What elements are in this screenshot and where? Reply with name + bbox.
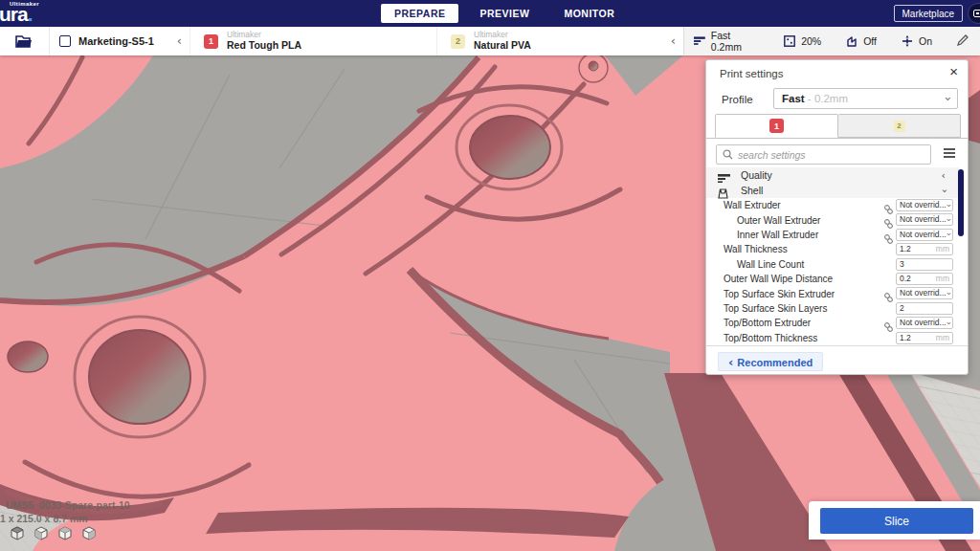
settings-category-quality[interactable]: Quality ‹ bbox=[706, 167, 959, 183]
setting-dropdown[interactable]: Not overrid...‹ bbox=[896, 213, 953, 226]
printer-selector[interactable]: Marketing-S5-1 ‹ bbox=[50, 27, 189, 55]
print-settings-panel: Print settings × Profile Fast - 0.2mm ‹ … bbox=[705, 59, 969, 375]
setting-row-outer-wall-wipe-distance: Outer Wall Wipe Distance 0.2mm bbox=[706, 272, 959, 286]
setting-row-wall-line-count: Wall Line Count 3 bbox=[706, 257, 959, 272]
setting-label: Wall Extruder bbox=[724, 200, 781, 210]
chevron-down-icon: ‹ bbox=[941, 97, 953, 101]
chevron-icon: ‹ bbox=[938, 188, 948, 192]
account-avatar[interactable] bbox=[968, 3, 980, 24]
chevron-down-icon: ‹ bbox=[945, 292, 952, 295]
chevron-left-icon: ‹ bbox=[177, 34, 182, 47]
filter-icon[interactable] bbox=[944, 148, 955, 159]
setting-value-input[interactable]: 1.2mm bbox=[896, 332, 953, 344]
model-small-hole bbox=[8, 342, 48, 372]
view-top-icon[interactable] bbox=[57, 526, 73, 540]
setting-row-top-surface-skin-extruder: Top Surface Skin Extruder Not overrid...… bbox=[706, 286, 959, 300]
extruder-2-badge: 2 bbox=[451, 34, 465, 49]
tab-monitor[interactable]: MONITOR bbox=[550, 4, 628, 23]
profile-icon bbox=[694, 36, 705, 46]
settings-list: Quality ‹ Shell ‹ Wall Extruder Not over… bbox=[706, 167, 959, 347]
setting-value-input[interactable]: 1.2mm bbox=[896, 243, 953, 255]
chevron-left-icon: ‹ bbox=[728, 356, 733, 368]
panel-footer: ‹Recommended bbox=[706, 345, 968, 374]
model-boss-top-right bbox=[457, 105, 562, 189]
view-side-icon[interactable] bbox=[81, 526, 97, 540]
settings-scrollbar[interactable] bbox=[958, 169, 964, 236]
search-icon bbox=[723, 149, 733, 160]
setting-dropdown[interactable]: Not overrid...‹ bbox=[896, 287, 953, 299]
setting-label: Wall Line Count bbox=[737, 259, 804, 270]
search-settings-input[interactable]: search settings bbox=[716, 144, 931, 165]
unit-label: mm bbox=[936, 333, 949, 344]
profile-label: Profile bbox=[722, 94, 753, 105]
model-boss-bottom-left bbox=[75, 317, 205, 437]
recommended-mode-button[interactable]: ‹Recommended bbox=[718, 352, 823, 371]
chevron-down-icon: ‹ bbox=[945, 204, 952, 207]
profile-dropdown[interactable]: Fast - 0.2mm ‹ bbox=[773, 88, 958, 109]
setting-row-top-bottom-extruder: Top/Bottom Extruder Not overrid...‹ bbox=[706, 316, 959, 330]
category-label: Quality bbox=[741, 169, 772, 181]
infill-summary[interactable]: 20% bbox=[784, 35, 821, 47]
category-label: Shell bbox=[741, 185, 763, 196]
print-settings-summary[interactable]: Fast 0.2mm 20% Off On bbox=[683, 27, 980, 55]
setting-label: Inner Wall Extruder bbox=[737, 230, 818, 240]
slice-button[interactable]: Slice bbox=[820, 508, 973, 534]
extruder-1-material: Red Tough PLA bbox=[227, 39, 301, 52]
setting-dropdown[interactable]: Not overrid...‹ bbox=[896, 317, 953, 329]
printer-name: Marketing-S5-1 bbox=[78, 35, 154, 47]
extruder-2-tab[interactable]: 2 bbox=[838, 114, 961, 138]
extruder-2-material: Natural PVA bbox=[474, 39, 531, 52]
tab-prepare[interactable]: PREPARE bbox=[381, 4, 458, 23]
setting-value-input[interactable]: 3 bbox=[896, 258, 953, 271]
search-placeholder: search settings bbox=[738, 149, 806, 161]
open-file-button[interactable] bbox=[0, 27, 50, 55]
setting-label: Top Surface Skin Extruder bbox=[724, 289, 835, 299]
setting-label: Top/Bottom Extruder bbox=[724, 318, 811, 328]
view-front-icon[interactable] bbox=[33, 526, 49, 540]
setting-row-outer-wall-extruder: Outer Wall Extruder Not overrid...‹ bbox=[706, 212, 959, 227]
marketplace-button[interactable]: Marketplace bbox=[894, 5, 963, 22]
setting-row-top-bottom-thickness: Top/Bottom Thickness 1.2mm bbox=[706, 331, 959, 345]
chevron-down-icon: ‹ bbox=[945, 218, 952, 221]
setting-row-wall-thickness: Wall Thickness 1.2mm bbox=[706, 242, 959, 256]
setting-label: Outer Wall Wipe Distance bbox=[724, 274, 833, 284]
setting-dropdown[interactable]: Not overrid...‹ bbox=[896, 199, 953, 211]
extruder-1-tab-badge: 1 bbox=[769, 119, 784, 133]
support-summary[interactable]: Off bbox=[846, 35, 877, 47]
setting-label: Top/Bottom Thickness bbox=[724, 333, 817, 343]
extruder-2-selector[interactable]: 2 Ultimaker Natural PVA ‹ bbox=[436, 27, 683, 55]
profile-summary[interactable]: Fast 0.2mm bbox=[694, 30, 759, 53]
settings-category-shell[interactable]: Shell ‹ bbox=[706, 183, 959, 198]
chevron-icon: ‹ bbox=[942, 170, 946, 181]
setting-row-wall-extruder: Wall Extruder Not overrid...‹ bbox=[706, 198, 959, 212]
unit-label: mm bbox=[936, 244, 949, 255]
app-header: Ultimaker ura. PREPARE PREVIEW MONITOR M… bbox=[0, 0, 980, 27]
setting-value-input[interactable]: 2 bbox=[896, 302, 953, 315]
adhesion-summary[interactable]: On bbox=[902, 35, 932, 47]
configuration-toolbar: Marketing-S5-1 ‹ 1 Ultimaker Red Tough P… bbox=[0, 27, 980, 55]
extruder-1-selector[interactable]: 1 Ultimaker Red Tough PLA bbox=[189, 27, 436, 55]
setting-row-inner-wall-extruder: Inner Wall Extruder Not overrid...‹ bbox=[706, 228, 959, 242]
extruder-2-tab-badge: 2 bbox=[894, 121, 905, 132]
edit-icon bbox=[957, 34, 969, 46]
extruder-1-tab[interactable]: 1 bbox=[715, 114, 838, 138]
action-panel: Slice bbox=[809, 501, 980, 540]
chevron-down-icon: ‹ bbox=[945, 233, 952, 236]
setting-dropdown[interactable]: Not overrid...‹ bbox=[896, 229, 953, 241]
view-3d-icon[interactable] bbox=[10, 526, 25, 540]
tab-preview[interactable]: PREVIEW bbox=[466, 4, 543, 23]
stage-tabs: PREPARE PREVIEW MONITOR bbox=[381, 0, 628, 27]
setting-label: Top Surface Skin Layers bbox=[724, 303, 827, 314]
setting-label: Wall Thickness bbox=[724, 244, 788, 254]
chevron-left-icon: ‹ bbox=[671, 34, 676, 47]
setting-row-top-surface-skin-layers: Top Surface Skin Layers 2 bbox=[706, 301, 959, 316]
extruder-tabs: 1 2 bbox=[715, 114, 961, 138]
extruder-1-brand: Ultimaker bbox=[227, 31, 301, 39]
chevron-down-icon: ‹ bbox=[945, 321, 952, 324]
panel-title: Print settings bbox=[720, 68, 783, 79]
setting-value-input[interactable]: 0.2mm bbox=[896, 273, 953, 285]
edit-settings-button[interactable] bbox=[957, 33, 969, 50]
close-icon[interactable]: × bbox=[949, 63, 958, 79]
infill-icon bbox=[784, 35, 795, 47]
support-icon bbox=[846, 35, 858, 47]
